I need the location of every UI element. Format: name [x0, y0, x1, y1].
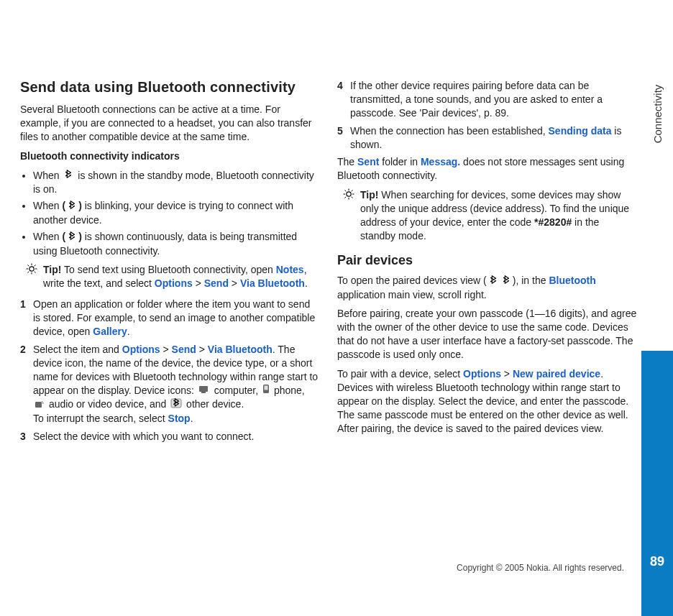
indicator-item-standby: When is shown in the standby mode, Bluet… — [33, 169, 320, 197]
indicators-heading: Bluetooth connectivity indicators — [20, 150, 320, 163]
code-text: *#2820# — [534, 216, 572, 228]
svg-line-20 — [345, 190, 347, 192]
link-sending-data: Sending data — [549, 125, 612, 137]
phone-icon — [262, 384, 270, 397]
svg-line-5 — [28, 265, 29, 267]
indicators-list: When is shown in the standby mode, Bluet… — [20, 169, 320, 258]
pair-instructions: To pair with a device, select Options > … — [337, 367, 637, 435]
link-new-paired-device: New paired device — [513, 368, 600, 380]
svg-line-8 — [35, 265, 36, 267]
link-bluetooth: Bluetooth — [549, 275, 595, 286]
link-stop: Stop — [168, 413, 191, 424]
step-3: 3 Select the device with which you want … — [20, 430, 320, 443]
right-column: 4 If the other device requires pairing b… — [337, 79, 637, 448]
intro-paragraph: Several Bluetooth connections can be act… — [20, 103, 320, 144]
step-5: 5 When the connection has been establish… — [337, 124, 637, 152]
svg-line-7 — [28, 272, 29, 273]
audio-icon — [35, 398, 45, 412]
heading-send-data: Send data using Bluetooth connectivity — [20, 79, 320, 96]
tip-device-address: Tip! When searching for devices, some de… — [337, 188, 637, 243]
side-tab: Connectivity 89 — [641, 0, 673, 616]
bluetooth-icon — [67, 231, 77, 244]
link-via-bluetooth: Via Bluetooth — [208, 344, 273, 355]
svg-line-22 — [345, 197, 347, 198]
page-number: 89 — [650, 554, 664, 569]
step-1: 1 Open an application or folder where th… — [20, 298, 320, 339]
link-send: Send — [204, 277, 229, 289]
svg-line-21 — [352, 197, 353, 198]
other-device-icon — [170, 398, 182, 412]
sent-folder-note: The Sent folder in Messag. does not stor… — [337, 155, 637, 183]
bluetooth-icon — [63, 169, 73, 183]
svg-rect-9 — [199, 386, 208, 392]
indicator-item-blinking: When () is blinking, your device is tryi… — [33, 199, 320, 227]
heading-pair-devices: Pair devices — [337, 253, 637, 268]
svg-rect-10 — [201, 392, 206, 393]
svg-rect-12 — [265, 386, 268, 390]
left-column: Send data using Bluetooth connectivity S… — [20, 79, 320, 448]
link-messag: Messag. — [421, 156, 460, 167]
link-options: Options — [463, 368, 501, 380]
link-send: Send — [172, 344, 196, 355]
svg-rect-14 — [171, 399, 181, 408]
svg-line-23 — [352, 190, 353, 192]
tip-label: Tip! — [360, 189, 378, 201]
svg-rect-13 — [35, 402, 42, 408]
link-notes: Notes — [276, 264, 304, 275]
link-sent: Sent — [357, 156, 379, 167]
bluetooth-icon — [501, 275, 511, 288]
section-label: Connectivity — [651, 85, 664, 144]
svg-point-0 — [29, 267, 34, 271]
pair-open-view: To open the paired devices view (), in t… — [337, 274, 637, 302]
lightbulb-icon — [343, 188, 354, 203]
bluetooth-icon — [67, 200, 77, 213]
tip-label: Tip! — [43, 264, 61, 275]
link-via-bluetooth: Via Bluetooth — [240, 277, 305, 289]
svg-line-6 — [35, 272, 36, 273]
copyright: Copyright © 2005 Nokia. All rights reser… — [457, 563, 624, 573]
link-options: Options — [155, 277, 193, 289]
steps-list-left: 1 Open an application or folder where th… — [20, 298, 320, 443]
bluetooth-icon — [488, 275, 498, 288]
pair-passcode-info: Before pairing, create your own passcode… — [337, 307, 637, 362]
link-options: Options — [122, 344, 160, 355]
computer-icon — [198, 384, 210, 397]
link-gallery: Gallery — [93, 326, 127, 337]
svg-point-15 — [347, 192, 351, 196]
indicator-item-continuous: When () is shown continuously, data is b… — [33, 230, 320, 258]
step-2: 2 Select the item and Options > Send > V… — [20, 343, 320, 426]
tip-send-text: Tip! To send text using Bluetooth connec… — [20, 263, 320, 290]
steps-list-right: 4 If the other device requires pairing b… — [337, 79, 637, 151]
lightbulb-icon — [26, 263, 37, 278]
step-4: 4 If the other device requires pairing b… — [337, 79, 637, 120]
